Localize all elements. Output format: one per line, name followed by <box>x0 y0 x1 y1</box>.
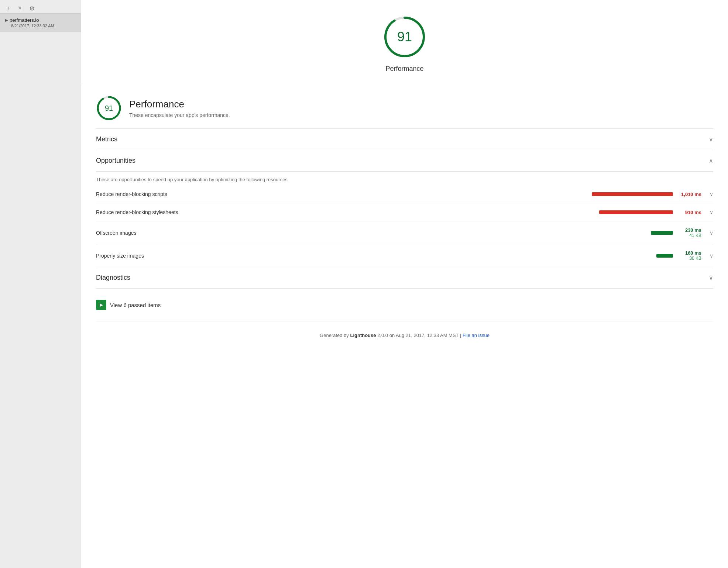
passed-items[interactable]: View 6 passed items <box>96 292 713 314</box>
sidebar-site-name: perfmatters.io <box>10 17 39 23</box>
perf-score-small: 91 <box>105 104 113 113</box>
sidebar-arrow-icon: ▶ <box>5 18 8 22</box>
opp-expand-1[interactable]: ∨ <box>710 209 713 215</box>
perf-title: Performance <box>129 99 230 110</box>
sidebar-item-perfmatters[interactable]: ▶ perfmatters.io 8/21/2017, 12:33:32 AM <box>0 14 81 32</box>
opp-time-main-2: 230 ms <box>677 227 701 233</box>
opportunity-row-1: Reduce render-blocking stylesheets 910 m… <box>96 203 713 221</box>
footer-app-name: Lighthouse <box>350 333 376 338</box>
main-content: 91 Performance 91 Performance These enca… <box>81 0 728 568</box>
opp-bar-area-2: 230 ms 41 KB ∨ <box>244 227 713 238</box>
score-hero: 91 Performance <box>81 0 728 84</box>
opp-time-main-0: 1,010 ms <box>677 192 701 197</box>
hero-score-value: 91 <box>397 29 412 45</box>
hero-gauge: 91 <box>382 15 427 59</box>
diagnostics-chevron-icon: ∨ <box>709 274 713 281</box>
opportunities-label: Opportunities <box>96 157 135 165</box>
sidebar: + × ⊘ ▶ perfmatters.io 8/21/2017, 12:33:… <box>0 0 81 568</box>
sidebar-tabs: + × ⊘ <box>0 0 81 14</box>
opp-bar-1 <box>599 210 673 214</box>
opp-time-1: 910 ms <box>677 210 701 215</box>
close-tab-button[interactable]: × <box>15 3 25 13</box>
opp-expand-3[interactable]: ∨ <box>710 253 713 259</box>
opp-label-0: Reduce render-blocking scripts <box>96 191 244 197</box>
passed-label: View 6 passed items <box>110 302 161 308</box>
opp-time-3: 160 ms 30 KB <box>677 250 701 261</box>
footer-version-text: 2.0.0 on Aug 21, 2017, 12:33 AM MST | <box>376 333 463 338</box>
sidebar-site-date: 8/21/2017, 12:33:32 AM <box>5 24 76 28</box>
opportunity-row-3: Properly size images 160 ms 30 KB ∨ <box>96 244 713 267</box>
perf-title-block: Performance These encapsulate your app's… <box>129 99 230 118</box>
perf-description: These encapsulate your app's performance… <box>129 112 230 118</box>
perf-gauge-small: 91 <box>96 95 122 121</box>
add-tab-button[interactable]: + <box>3 3 13 13</box>
opp-time-main-1: 910 ms <box>677 210 701 215</box>
file-issue-link[interactable]: File an issue <box>463 333 490 338</box>
footer: Generated by Lighthouse 2.0.0 on Aug 21,… <box>96 321 713 345</box>
metrics-chevron-icon: ∨ <box>709 136 713 143</box>
opp-bar-0 <box>592 192 673 196</box>
opp-bar-area-1: 910 ms ∨ <box>244 209 713 215</box>
opp-bar-area-0: 1,010 ms ∨ <box>244 191 713 197</box>
diagnostics-section: Diagnostics ∨ <box>96 267 713 292</box>
opp-bar-2 <box>651 231 673 235</box>
opp-time-main-3: 160 ms <box>677 250 701 256</box>
footer-generated-text: Generated by <box>320 333 350 338</box>
diagnostics-label: Diagnostics <box>96 274 130 282</box>
opportunity-row-0: Reduce render-blocking scripts 1,010 ms … <box>96 185 713 203</box>
opp-time-2: 230 ms 41 KB <box>677 227 701 238</box>
opportunity-row-2: Offscreen images 230 ms 41 KB ∨ <box>96 221 713 244</box>
opp-time-sub-2: 41 KB <box>677 233 701 238</box>
hero-label: Performance <box>385 65 423 73</box>
opp-time-sub-3: 30 KB <box>677 256 701 261</box>
metrics-label: Metrics <box>96 135 117 143</box>
opportunities-section-header[interactable]: Opportunities ∧ <box>96 150 713 172</box>
diagnostics-section-header[interactable]: Diagnostics ∨ <box>96 267 713 289</box>
opp-label-2: Offscreen images <box>96 230 244 236</box>
passed-icon <box>96 300 106 310</box>
opp-label-1: Reduce render-blocking stylesheets <box>96 209 244 215</box>
opp-label-3: Properly size images <box>96 253 244 259</box>
content-area: 91 Performance These encapsulate your ap… <box>81 84 728 568</box>
opp-time-0: 1,010 ms <box>677 192 701 197</box>
opp-bar-area-3: 160 ms 30 KB ∨ <box>244 250 713 261</box>
opportunities-chevron-icon: ∧ <box>709 157 713 164</box>
opp-expand-2[interactable]: ∨ <box>710 230 713 236</box>
opportunities-description: These are opportunities to speed up your… <box>96 172 713 185</box>
opp-bar-3 <box>656 254 673 258</box>
opp-expand-0[interactable]: ∨ <box>710 191 713 197</box>
stop-button[interactable]: ⊘ <box>27 3 37 13</box>
metrics-section-header[interactable]: Metrics ∨ <box>96 129 713 150</box>
performance-header: 91 Performance These encapsulate your ap… <box>96 84 713 129</box>
